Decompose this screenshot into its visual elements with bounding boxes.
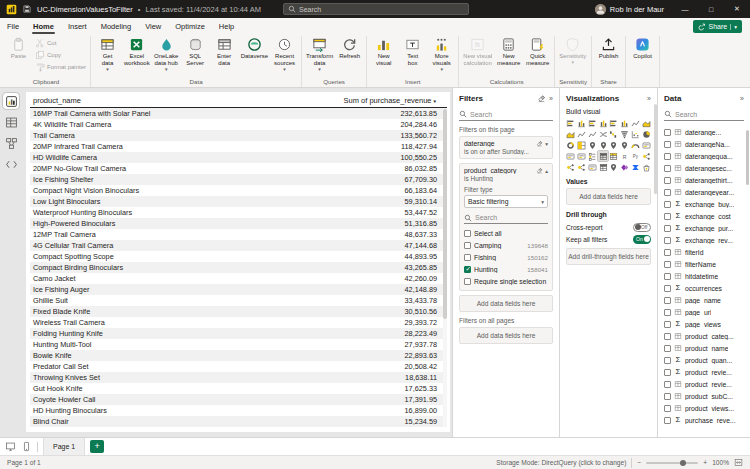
cut-button[interactable]: Cut (33, 37, 88, 49)
data-field-row[interactable]: daterange... (664, 126, 744, 138)
menu-tab-modeling[interactable]: Modeling (94, 18, 138, 35)
field-checkbox[interactable] (664, 393, 671, 400)
data-field-row[interactable]: filterName (664, 258, 744, 270)
field-checkbox[interactable] (664, 153, 671, 160)
multi-row-card-icon[interactable] (566, 151, 576, 161)
field-checkbox[interactable] (664, 417, 671, 424)
data-field-row[interactable]: hitdatetime (664, 270, 744, 282)
text-box-button[interactable]: Text box (398, 36, 427, 67)
table-row[interactable]: High-Powered Binoculars51,316.85 (30, 218, 447, 229)
dataverse-button[interactable]: Dataverse (239, 36, 270, 60)
table-scrollbar[interactable] (443, 109, 447, 427)
table-row[interactable]: Folding Hunting Knife28,223.49 (30, 328, 447, 339)
field-checkbox[interactable] (664, 285, 671, 292)
100-stacked-bar-chart-icon[interactable] (609, 118, 619, 128)
data-field-row[interactable]: Σoccurrences (664, 282, 744, 294)
table-row[interactable]: Trail Camera133,560.72 (30, 130, 447, 141)
table-view-icon[interactable] (3, 114, 19, 130)
line-stacked-column-chart-icon[interactable] (577, 129, 587, 139)
clustered-bar-chart-icon[interactable] (588, 118, 598, 128)
table-row[interactable]: 20MP Infrared Trail Camera118,427.94 (30, 141, 447, 152)
table-row[interactable]: Throwing Knives Set18,638.11 (30, 372, 447, 383)
clear-filter-icon[interactable] (536, 167, 543, 174)
field-checkbox[interactable] (664, 177, 671, 184)
column-header-purchase-revenue[interactable]: Sum of purchase_revenue▼ (307, 96, 447, 105)
storage-mode-text[interactable]: Storage Mode: DirectQuery (click to chan… (496, 459, 626, 466)
fit-to-page-icon[interactable] (734, 458, 743, 467)
field-checkbox[interactable] (664, 333, 671, 340)
report-canvas[interactable]: product_name Sum of purchase_revenue▼ 16… (22, 88, 452, 437)
data-field-row[interactable]: Σproduct_revie... (664, 366, 744, 378)
table-row[interactable]: 4K Wildlife Trail Camera204,284.46 (30, 119, 447, 130)
paginated-report-icon[interactable] (598, 162, 608, 172)
paste-button[interactable]: Paste (4, 36, 33, 60)
new-visual-button[interactable]: New visual (369, 36, 398, 67)
sql-server-button[interactable]: SQL Server (181, 36, 210, 67)
filter-values-search-input[interactable]: Search (464, 212, 548, 224)
field-checkbox[interactable] (664, 165, 671, 172)
decomposition-tree-icon[interactable] (566, 162, 576, 172)
add-data-fields-dropzone[interactable]: Add data fields here (459, 295, 553, 312)
funnel-chart-icon[interactable] (620, 129, 630, 139)
zoom-level[interactable]: 100% (712, 459, 729, 466)
data-field-row[interactable]: daterangeNa... (664, 138, 744, 150)
field-checkbox[interactable] (664, 321, 671, 328)
menu-tab-view[interactable]: View (138, 18, 168, 35)
qa-visual-icon[interactable] (577, 162, 587, 172)
recent-sources-button[interactable]: Recent sources▾ (270, 36, 299, 72)
new-visual-calculation-button[interactable]: fxNew visual calculation (461, 36, 494, 67)
field-checkbox[interactable] (664, 129, 671, 136)
data-field-row[interactable]: daterangesec... (664, 162, 744, 174)
table-row[interactable]: HD Wildlife Camera100,550.25 (30, 152, 447, 163)
field-checkbox[interactable] (664, 369, 671, 376)
table-row[interactable]: Coyote Howler Call17,391.95 (30, 394, 447, 405)
data-field-row[interactable]: daterangethirt... (664, 174, 744, 186)
table-row[interactable]: Compact Birding Binoculars43,265.85 (30, 262, 447, 273)
copilot-button[interactable]: Copilot (628, 36, 657, 60)
data-search-input[interactable]: Search (664, 108, 744, 121)
minimize-button[interactable]: — (672, 0, 698, 18)
field-checkbox[interactable] (664, 261, 671, 268)
table-row[interactable]: 4G Cellular Trail Camera47,144.68 (30, 240, 447, 251)
stacked-bar-chart-icon[interactable] (566, 118, 576, 128)
quick-measure-button[interactable]: Quick measure (523, 36, 552, 67)
field-checkbox[interactable] (664, 237, 671, 244)
eraser-icon[interactable] (537, 94, 546, 103)
keep-all-filters-toggle[interactable] (633, 235, 651, 244)
donut-chart-icon[interactable] (566, 140, 576, 150)
field-checkbox[interactable] (664, 213, 671, 220)
area-chart-icon[interactable] (641, 118, 651, 128)
collapse-filters-pane-icon[interactable]: » (549, 95, 553, 102)
excel-workbook-button[interactable]: Excel workbook (122, 36, 152, 67)
data-field-row[interactable]: daterangeyear... (664, 186, 744, 198)
filter-value-checkbox[interactable] (464, 242, 471, 249)
data-pane-scrollbar-thumb[interactable] (746, 130, 749, 185)
data-field-row[interactable]: product_categ... (664, 330, 744, 342)
column-header-product-name[interactable]: product_name (30, 96, 307, 105)
azure-map-icon[interactable] (620, 140, 630, 150)
user-avatar[interactable] (595, 4, 606, 15)
menu-tab-file[interactable]: File (0, 18, 26, 35)
shape-map-icon[interactable] (609, 140, 619, 150)
add-data-fields-dropzone-all-pages[interactable]: Add data fields here (459, 327, 553, 344)
table-row[interactable]: 20MP No-Glow Trail Camera86,032.85 (30, 163, 447, 174)
data-pane-scrollbar[interactable] (746, 130, 749, 433)
field-checkbox[interactable] (664, 309, 671, 316)
field-checkbox[interactable] (664, 201, 671, 208)
require-single-selection-checkbox[interactable] (464, 278, 471, 285)
arcgis-map-icon[interactable] (609, 162, 619, 172)
close-button[interactable]: ✕ (724, 0, 750, 18)
maximize-button[interactable]: □ (698, 0, 724, 18)
menu-tab-home[interactable]: Home (26, 18, 61, 35)
table-icon[interactable] (598, 151, 608, 161)
filter-value-checkbox[interactable] (464, 254, 471, 261)
table-row[interactable]: Gut Hook Knife17,625.33 (30, 383, 447, 394)
data-field-row[interactable]: daterangequa... (664, 150, 744, 162)
waterfall-chart-icon[interactable] (609, 129, 619, 139)
data-field-row[interactable]: page_url (664, 306, 744, 318)
share-button[interactable]: Share ▾ (693, 20, 742, 33)
new-measure-button[interactable]: New measure (494, 36, 523, 67)
table-row[interactable]: Compact Spotting Scope44,893.95 (30, 251, 447, 262)
table-row[interactable]: Predator Call Set20,508.42 (30, 361, 447, 372)
cross-report-toggle[interactable] (633, 223, 651, 232)
